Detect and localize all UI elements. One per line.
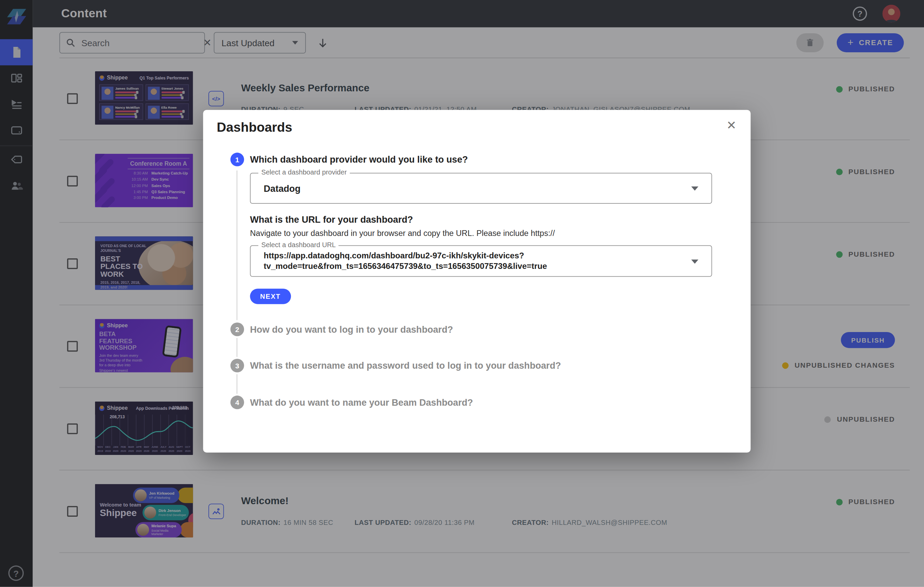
modal-title: Dashboards	[217, 120, 292, 135]
step-connector	[236, 338, 237, 357]
dashboards-modal: Dashboards ✕ 1 Which dashboard provider …	[203, 110, 751, 453]
provider-select-value: Datadog	[264, 184, 300, 194]
url-help-text: Navigate to your dashboard in your brows…	[250, 229, 555, 237]
step-4-question: What do you want to name your Beam Dashb…	[250, 397, 473, 408]
step-2-question: How do you want to log in to your dashbo…	[250, 324, 453, 335]
url-select[interactable]: Select a dashboard URL https://app.datad…	[250, 246, 712, 277]
step-connector	[236, 170, 237, 320]
step-3-indicator: 3	[231, 359, 244, 373]
screen: ? Content ? ✕ Last Updated	[0, 0, 924, 587]
url-select-label: Select a dashboard URL	[258, 241, 339, 248]
step-2-indicator: 2	[231, 323, 244, 336]
provider-select-label: Select a dashboard provider	[258, 169, 350, 176]
chevron-down-icon	[691, 259, 698, 264]
close-icon[interactable]: ✕	[726, 119, 736, 131]
step-4-indicator: 4	[231, 396, 244, 409]
step-connector	[236, 374, 237, 394]
url-select-value: https://app.datadoghq.com/dashboard/bu2-…	[264, 251, 681, 272]
step-1-indicator: 1	[231, 153, 244, 167]
step-1-question: Which dashboard provider would you like …	[250, 155, 468, 165]
next-button[interactable]: NEXT	[250, 289, 290, 304]
step-3-question: What is the username and password used t…	[250, 361, 561, 371]
chevron-down-icon	[691, 186, 698, 190]
url-heading: What is the URL for your dashboard?	[250, 214, 413, 225]
provider-select[interactable]: Select a dashboard provider Datadog	[250, 173, 712, 204]
